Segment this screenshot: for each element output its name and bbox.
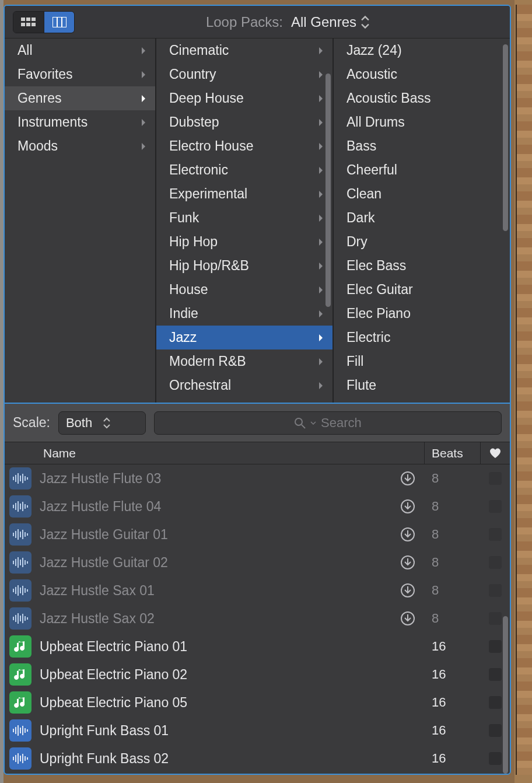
browser-item[interactable]: Elec Guitar (334, 278, 510, 302)
download-icon[interactable] (400, 527, 415, 542)
download-icon[interactable] (400, 583, 415, 598)
results-header: Name Beats (5, 442, 510, 464)
svg-rect-56 (24, 616, 26, 621)
loop-favorite-checkbox[interactable] (481, 500, 510, 513)
browser-item[interactable]: Elec Bass (334, 254, 510, 278)
browser-item[interactable]: Hip Hop/R&B (156, 254, 332, 278)
browser-item[interactable]: Bass (334, 134, 510, 158)
browser-item[interactable]: Dry (334, 230, 510, 254)
browser-column-tags: Jazz (24)AcousticAcoustic BassAll DrumsB… (334, 39, 510, 403)
download-icon[interactable] (400, 611, 415, 626)
checkbox-icon (489, 640, 502, 653)
checkbox-icon (489, 528, 502, 541)
browser-item[interactable]: Elec Piano (334, 302, 510, 326)
browser-item-label: Fill (346, 354, 363, 369)
svg-rect-20 (15, 503, 16, 510)
loop-favorite-checkbox[interactable] (481, 556, 510, 569)
header-beats[interactable]: Beats (425, 442, 481, 464)
browser-item[interactable]: Electro House (156, 134, 332, 158)
browser-item[interactable]: Instruments (5, 110, 155, 134)
loop-row[interactable]: Upright Funk Bass 0216 (5, 744, 510, 772)
download-icon[interactable] (400, 555, 415, 570)
browser-item[interactable]: Funk (156, 206, 332, 230)
browser-item[interactable]: Jazz (24) (334, 39, 510, 62)
browser-item[interactable]: Favorites (5, 62, 155, 86)
loop-row[interactable]: Jazz Hustle Flute 048 (5, 492, 510, 520)
view-tag-button[interactable] (13, 12, 44, 33)
browser-item-label: Deep House (169, 90, 244, 106)
browser-item-label: Funk (169, 210, 199, 226)
browser-item[interactable]: Hip Hop (156, 230, 332, 254)
browser-item[interactable]: Electronic (156, 158, 332, 182)
loop-name-text: Upright Funk Bass 01 (40, 723, 169, 739)
svg-rect-43 (13, 589, 14, 592)
loop-row[interactable]: Upbeat Electric Piano 0516 (5, 688, 510, 716)
browser-item[interactable]: Acoustic Bass (334, 86, 510, 110)
loop-row[interactable]: Upbeat Electric Piano 0116 (5, 632, 510, 660)
loop-packs-dropdown[interactable]: All Genres (291, 14, 370, 30)
loop-type-audio-icon (9, 467, 32, 490)
loop-row[interactable]: Jazz Hustle Sax 018 (5, 576, 510, 604)
svg-rect-13 (18, 473, 19, 484)
view-column-button[interactable] (44, 12, 74, 33)
browser-item[interactable]: Cinematic (156, 39, 332, 62)
scale-value: Both (66, 415, 92, 431)
checkbox-icon (489, 472, 502, 485)
browser-item[interactable]: Flute (334, 373, 510, 397)
loop-name-cell: Jazz Hustle Flute 03 (40, 471, 425, 487)
loop-beats: 8 (425, 527, 481, 542)
browser-item[interactable]: Modern R&B (156, 349, 332, 373)
browser-item[interactable]: House (156, 278, 332, 302)
svg-rect-67 (15, 755, 16, 762)
scale-select[interactable]: Both (58, 411, 146, 435)
loop-favorite-checkbox[interactable] (481, 528, 510, 541)
browser-item[interactable]: All Drums (334, 110, 510, 134)
browser-item[interactable]: All (5, 39, 155, 62)
browser-item[interactable]: Dubstep (156, 110, 332, 134)
browser-item[interactable]: Orchestral (156, 373, 332, 397)
loop-row[interactable]: Jazz Hustle Guitar 018 (5, 520, 510, 548)
browser-item[interactable]: Jazz (156, 326, 332, 349)
browser-item[interactable]: Cheerful (334, 158, 510, 182)
browser-item[interactable]: Fill (334, 349, 510, 373)
loop-row[interactable]: Upright Funk Bass 0116 (5, 716, 510, 744)
loop-beats: 16 (425, 695, 481, 710)
browser-item[interactable]: Indie (156, 302, 332, 326)
tag-grid-icon (21, 18, 36, 27)
header-name[interactable]: Name (38, 442, 425, 464)
loop-row[interactable]: Jazz Hustle Flute 038 (5, 464, 510, 492)
scrollbar-thumb[interactable] (503, 44, 508, 231)
browser-item[interactable]: Experimental (156, 182, 332, 206)
download-icon[interactable] (400, 499, 415, 514)
scrollbar-thumb[interactable] (503, 616, 508, 774)
browser-item[interactable]: Deep House (156, 86, 332, 110)
svg-rect-60 (15, 727, 16, 734)
chevron-right-icon (317, 357, 324, 366)
header-favorite[interactable] (481, 448, 510, 459)
browser-item-label: Elec Guitar (346, 282, 413, 298)
loop-favorite-checkbox[interactable] (481, 472, 510, 485)
browser-item[interactable]: Moods (5, 134, 155, 158)
search-input[interactable]: Search (154, 411, 502, 435)
browser-item[interactable]: Clean (334, 182, 510, 206)
browser-item[interactable]: Genres (5, 86, 155, 110)
checkbox-icon (489, 668, 502, 681)
loop-beats: 8 (425, 611, 481, 626)
download-icon[interactable] (400, 471, 415, 486)
browser-item[interactable]: Dark (334, 206, 510, 230)
loop-favorite-checkbox[interactable] (481, 584, 510, 597)
loop-row[interactable]: Upbeat Electric Piano 0216 (5, 660, 510, 688)
svg-rect-31 (22, 530, 23, 539)
browser-item[interactable]: Country (156, 62, 332, 86)
scrollbar-thumb[interactable] (326, 74, 331, 307)
loop-name-text: Upbeat Electric Piano 02 (40, 667, 187, 683)
browser-item[interactable]: Electric (334, 326, 510, 349)
browser-item[interactable]: Acoustic (334, 62, 510, 86)
loop-row[interactable]: Jazz Hustle Sax 028 (5, 604, 510, 632)
svg-rect-36 (15, 559, 16, 566)
loop-row[interactable]: Jazz Hustle Guitar 028 (5, 548, 510, 576)
loop-name-text: Jazz Hustle Flute 04 (40, 499, 161, 515)
search-placeholder: Search (321, 415, 362, 431)
browser-item-label: Dubstep (169, 114, 219, 130)
loop-name-cell: Upbeat Electric Piano 02 (40, 667, 425, 683)
